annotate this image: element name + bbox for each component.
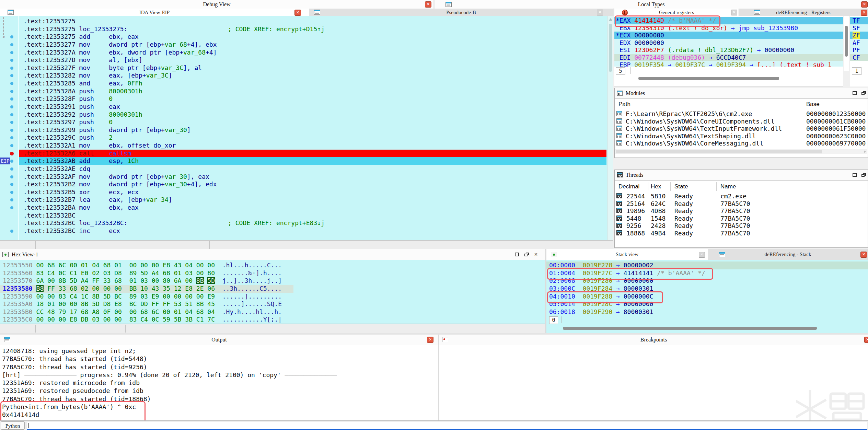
breakpoint-dot-icon[interactable] [10,59,13,62]
stack-row[interactable]: 01:0004 0019F27C → 41414141 /* b'AAAA' *… [546,269,868,277]
thread-row[interactable]: 25164624CReady77BA5C70 [615,200,868,208]
close-icon[interactable] [699,252,705,258]
breakpoint-dot-icon[interactable] [10,175,13,178]
close-icon[interactable] [425,1,431,8]
flag-row[interactable]: CF [850,54,868,61]
breakpoints-header[interactable]: Breakpoints [439,335,868,345]
disasm-line[interactable]: .text:123532AF mov dword ptr [ebp+var_30… [19,173,606,181]
breakpoint-dot-icon[interactable] [10,136,13,139]
register-row[interactable]: EBP 0019F354 → 0019F37C → 0019F394 → [..… [614,61,843,67]
disasm-line[interactable]: .text:123532B7 lea eax, [ebp+var_34] [19,196,606,204]
hex-view-panel[interactable]: Hex View-1 ✕ 12353550 00 68 6C 00 01 04 … [0,249,545,333]
scroll-thumb[interactable] [845,26,848,57]
close-icon[interactable] [860,252,867,258]
breakpoint-dot-icon[interactable] [10,152,14,155]
scroll-up-icon[interactable] [609,18,612,21]
tab-dereferencing-stack[interactable]: deREferencing - Stack [708,249,868,260]
close-icon[interactable] [427,337,433,343]
hex-row[interactable]: 12353590 00 00 83 C4 1C 8B 5D BC 89 03 E… [0,293,545,301]
registers-vscrollbar[interactable] [844,16,849,71]
breakpoint-dot-icon[interactable] [10,206,13,209]
breakpoint-dot-icon[interactable] [10,82,13,85]
breakpoint-dot-icon[interactable] [10,230,13,233]
disasm-line[interactable]: .text:1235328F push 0 [19,95,606,103]
disasm-line[interactable]: .text:12353297 push 0 [19,118,606,126]
module-row[interactable]: C:\Windows\SysWOW64\TextShaping.dll00000… [615,132,868,140]
stack-view-panel[interactable]: Stack view deREferencing - Stack 00:0000… [546,249,868,333]
disasm-line[interactable]: .text:12353285 and eax, 0FFh [19,80,606,88]
breakpoint-dot-icon[interactable] [10,90,13,93]
modules-col-path[interactable]: Path [618,100,630,109]
disasm-line[interactable]: .text:12353292 push 80000301h [19,111,606,119]
disasm-line[interactable]: .text:123532AB add esp, 1Ch [19,157,606,165]
breakpoint-dot-icon[interactable] [10,121,13,124]
output-line[interactable]: 77BA5C70: thread has started (tid=9256) [0,363,438,371]
scroll-thumb[interactable] [609,24,612,72]
output-line[interactable]: [hrt] ────────────── progress: 0.94% (do… [0,371,438,379]
disassembly-view[interactable]: →EIP .text:12353275.text:12353275 loc_12… [0,16,613,249]
hex-row[interactable]: 123535C0 00 00 00 E8 DB 03 00 00 83 C4 0… [0,316,545,324]
breakpoint-dot-icon[interactable] [10,160,13,163]
module-row[interactable]: F:\Learn\REprac\KCTF2025\6\cm2.exe000000… [615,110,868,118]
hex-row[interactable]: 12353580 B8 FF 33 68 02 00 00 00 BB 10 4… [0,285,545,293]
thread-row[interactable]: 92562428Ready77BA5C70 [615,222,868,230]
modules-panel[interactable]: Modules Path Base F:\Learn\REprac\KCTF20… [614,88,868,158]
python-console-input[interactable] [27,422,867,430]
breakpoint-dot-icon[interactable] [10,97,13,101]
breakpoint-dot-icon[interactable] [10,105,13,108]
disasm-line[interactable]: .text:1235328A push 80000301h [19,88,606,95]
local-types-titlebar[interactable]: Local Types [435,0,868,9]
disasm-line[interactable]: .text:123532B2 mov dword ptr [ebp+var_30… [19,181,606,188]
disasm-line[interactable]: .text:12353299 push dword ptr [ebp+var_3… [19,126,606,134]
register-row[interactable]: *ECX 00000000 [614,32,843,39]
output-panel[interactable]: Output 12408718: using guessed type int … [0,335,438,420]
maximize-icon[interactable] [853,173,857,177]
flag-row[interactable]: ZF [850,32,868,39]
breakpoint-dot-icon[interactable] [10,74,13,77]
maximize-icon[interactable] [515,253,519,256]
close-icon[interactable] [861,1,868,8]
disasm-line[interactable]: .text:12353277 mov dword ptr [ebp+var_68… [19,41,606,49]
tab-pseudocode-b[interactable]: Pseudocode-B [309,9,613,16]
hex-row[interactable]: 123535A0 18 01 00 00 8B 5D D8 E8 BC DD F… [0,300,545,308]
thread-row[interactable]: 1886849B4Ready77BA5C70 [615,230,868,237]
float-icon[interactable] [861,92,865,95]
output-line[interactable]: 12351A69: restored pseudocode from idb [0,387,438,395]
breakpoint-dot-icon[interactable] [10,35,13,38]
close-icon[interactable] [597,10,603,15]
tab-dereferencing-registers[interactable]: deREferencing - Registers [739,9,868,16]
float-icon[interactable] [861,174,865,177]
stack-row[interactable]: 04:0010 0019F288 → 0000000C [546,293,868,301]
hex-view-header[interactable]: Hex View-1 ✕ [0,249,545,260]
flags-panel[interactable]: TFSFZFAFPFCF 1 [850,16,868,86]
close-icon[interactable] [861,10,867,16]
registers-hscrollbar[interactable] [638,77,779,80]
float-icon[interactable] [524,254,528,256]
threads-col-name[interactable]: Name [720,182,736,191]
hex-row[interactable]: 12353560 83 C4 0C C1 E0 02 03 D8 89 5D A… [0,269,545,277]
disasm-line[interactable]: .text:12353282 mov eax, [ebp+var_3C] [19,72,606,80]
close-icon[interactable] [864,337,868,343]
register-row[interactable]: EBX 12354310 (.text ! do_xor) → jmp sub_… [614,24,843,32]
tab-stack-view[interactable]: Stack view [546,249,708,260]
output-line[interactable]: 77BA5C70: thread has started (tid=18868) [0,395,438,403]
breakpoint-dot-icon[interactable] [10,144,13,147]
output-line[interactable]: 0x4141414d [0,411,438,419]
registers-panel[interactable]: *EAX 4141414D /* b'MAAA' */ EBX 12354310… [614,16,843,87]
breakpoint-dot-icon[interactable] [10,191,13,194]
register-row[interactable]: *EAX 4141414D /* b'MAAA' */ [614,17,843,24]
register-row[interactable]: EDX 00000000 [614,39,843,47]
disasm-line[interactable]: .text:123532A6 call callsm [19,150,606,158]
flag-row[interactable]: TF [850,17,868,24]
disasm-line[interactable]: .text:123532BC inc ecx [19,227,606,235]
thread-row[interactable]: 198964DB8Ready77BA5C70 [615,207,868,215]
output-line[interactable]: Python>int.from_bytes(b'AAAA') ^ 0xc [0,403,438,411]
disasm-line[interactable]: .text:123532AE cdq [19,165,606,173]
disasm-line[interactable]: .text:12353291 push eax [19,103,606,111]
register-row[interactable]: ESI 123D62F7 (.rdata ! dbl_123D62F7) → 0… [614,46,843,54]
disasm-line[interactable]: .text:1235329C push 2 [19,134,606,142]
threads-col-hex[interactable]: Hex [651,182,661,191]
disasm-line[interactable]: .text:12353275 [19,18,606,25]
breakpoint-dot-icon[interactable] [10,183,13,186]
disasm-line[interactable]: .text:12353275 loc_12353275: ; CODE XREF… [19,25,606,33]
